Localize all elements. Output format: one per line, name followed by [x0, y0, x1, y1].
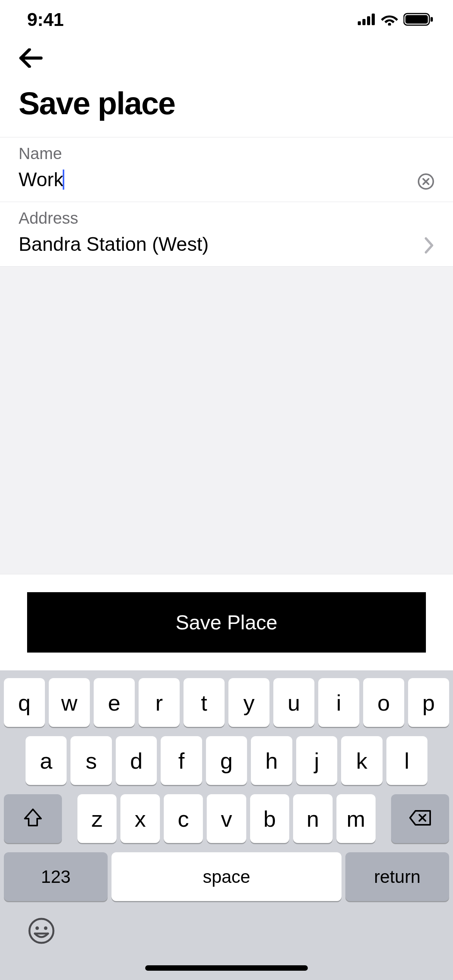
status-bar: 9:41: [0, 0, 453, 39]
action-bar: Save Place: [0, 574, 453, 670]
status-time: 9:41: [27, 9, 63, 30]
page-title: Save place: [19, 85, 434, 122]
svg-rect-6: [405, 15, 428, 24]
save-place-label: Save Place: [175, 611, 277, 634]
key-numeric[interactable]: 123: [4, 852, 108, 901]
name-field[interactable]: Name Work: [0, 137, 453, 202]
cellular-icon: [358, 14, 376, 25]
key-f[interactable]: f: [161, 736, 202, 785]
key-e[interactable]: e: [94, 678, 135, 727]
fields: Name Work Address Bandra Station (West): [0, 137, 453, 267]
key-r[interactable]: r: [139, 678, 180, 727]
key-d[interactable]: d: [116, 736, 157, 785]
wifi-icon: [381, 13, 398, 26]
clear-icon: [418, 173, 434, 191]
svg-rect-3: [372, 14, 375, 25]
svg-rect-2: [367, 16, 370, 25]
key-y[interactable]: y: [228, 678, 269, 727]
name-label: Name: [19, 144, 413, 163]
battery-icon: [403, 12, 434, 26]
key-u[interactable]: u: [273, 678, 314, 727]
key-c[interactable]: c: [164, 794, 203, 843]
key-k[interactable]: k: [341, 736, 382, 785]
home-indicator[interactable]: [145, 965, 308, 971]
keyboard: q w e r t y u i o p a s d f g h j k l: [0, 670, 453, 980]
key-q[interactable]: q: [4, 678, 45, 727]
text-caret: [63, 170, 64, 190]
key-w[interactable]: w: [49, 678, 90, 727]
key-shift[interactable]: [4, 794, 62, 843]
name-input[interactable]: Work: [19, 168, 63, 191]
key-m[interactable]: m: [336, 794, 376, 843]
emoji-button[interactable]: [27, 917, 56, 946]
key-o[interactable]: o: [363, 678, 404, 727]
address-label: Address: [19, 209, 420, 228]
svg-point-10: [29, 919, 53, 943]
svg-rect-0: [358, 21, 361, 25]
key-h[interactable]: h: [251, 736, 292, 785]
header: Save place: [0, 39, 453, 137]
key-x[interactable]: x: [120, 794, 160, 843]
shift-icon: [23, 809, 43, 829]
keyboard-row-1: q w e r t y u i o p: [4, 678, 449, 727]
key-l[interactable]: l: [386, 736, 427, 785]
key-n[interactable]: n: [293, 794, 332, 843]
key-g[interactable]: g: [206, 736, 247, 785]
key-p[interactable]: p: [408, 678, 449, 727]
save-place-button[interactable]: Save Place: [27, 592, 426, 653]
keyboard-row-4: 123 space return: [4, 852, 449, 901]
address-chevron: [424, 237, 434, 255]
back-button[interactable]: [19, 46, 43, 71]
chevron-right-icon: [424, 237, 434, 255]
key-i[interactable]: i: [318, 678, 359, 727]
key-s[interactable]: s: [70, 736, 112, 785]
key-return[interactable]: return: [345, 852, 449, 901]
clear-input-button[interactable]: [417, 174, 434, 191]
key-v[interactable]: v: [207, 794, 246, 843]
key-backspace[interactable]: [391, 794, 449, 843]
svg-point-4: [388, 23, 391, 26]
status-icons: [358, 12, 434, 26]
keyboard-row-2: a s d f g h j k l: [4, 736, 449, 785]
key-j[interactable]: j: [296, 736, 337, 785]
backspace-icon: [408, 809, 432, 828]
svg-rect-1: [362, 19, 365, 25]
key-a[interactable]: a: [26, 736, 67, 785]
address-field[interactable]: Address Bandra Station (West): [0, 202, 453, 267]
keyboard-row-3: z x c v b n m: [4, 794, 449, 843]
emoji-icon: [28, 917, 55, 946]
key-z[interactable]: z: [77, 794, 117, 843]
address-value: Bandra Station (West): [19, 233, 420, 255]
svg-point-11: [36, 927, 39, 930]
key-space[interactable]: space: [112, 852, 341, 901]
content-spacer: [0, 267, 453, 574]
key-b[interactable]: b: [250, 794, 289, 843]
key-t[interactable]: t: [184, 678, 225, 727]
arrow-left-icon: [19, 48, 43, 69]
svg-rect-7: [431, 17, 433, 22]
svg-point-12: [44, 927, 48, 930]
